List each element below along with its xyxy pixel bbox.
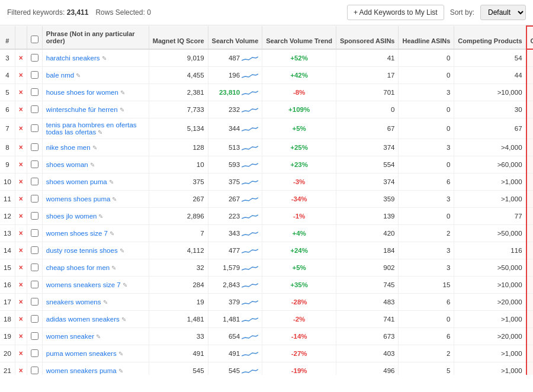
cell-checkbox[interactable] bbox=[27, 101, 42, 118]
phrase-link[interactable]: shoes jlo women bbox=[46, 213, 97, 220]
phrase-link[interactable]: winterschuhe für herren bbox=[46, 106, 118, 113]
remove-icon[interactable]: × bbox=[19, 315, 23, 323]
remove-icon[interactable]: × bbox=[19, 212, 23, 220]
phrase-link[interactable]: cheap shoes for men bbox=[46, 264, 110, 271]
cell-remove[interactable]: × bbox=[15, 49, 27, 67]
edit-icon[interactable]: ✎ bbox=[90, 162, 95, 168]
row-checkbox[interactable] bbox=[31, 71, 38, 79]
edit-icon[interactable]: ✎ bbox=[76, 72, 81, 79]
phrase-link[interactable]: tenis para hombres en ofertas todas las … bbox=[46, 121, 137, 136]
cell-checkbox[interactable] bbox=[27, 242, 42, 259]
remove-icon[interactable]: × bbox=[19, 195, 23, 203]
edit-icon[interactable]: ✎ bbox=[121, 316, 126, 323]
cell-checkbox[interactable] bbox=[27, 49, 42, 67]
add-keywords-button[interactable]: + Add Keywords to My List bbox=[347, 5, 444, 20]
cell-checkbox[interactable] bbox=[27, 345, 42, 362]
cell-remove[interactable]: × bbox=[15, 259, 27, 277]
cell-checkbox[interactable] bbox=[27, 311, 42, 328]
remove-icon[interactable]: × bbox=[19, 281, 23, 289]
phrase-link[interactable]: women sneakers puma bbox=[46, 367, 117, 374]
phrase-link[interactable]: womens sneakers size 7 bbox=[46, 281, 121, 288]
remove-icon[interactable]: × bbox=[19, 367, 23, 375]
edit-icon[interactable]: ✎ bbox=[102, 55, 107, 62]
edit-icon[interactable]: ✎ bbox=[118, 368, 123, 374]
cell-checkbox[interactable] bbox=[27, 208, 42, 225]
phrase-link[interactable]: sneakers womens bbox=[46, 298, 101, 306]
row-checkbox[interactable] bbox=[31, 229, 38, 237]
cell-remove[interactable]: × bbox=[15, 277, 27, 294]
remove-icon[interactable]: × bbox=[19, 88, 23, 97]
cell-checkbox[interactable] bbox=[27, 156, 42, 173]
sort-select[interactable]: Default bbox=[480, 5, 526, 20]
remove-icon[interactable]: × bbox=[19, 264, 23, 272]
edit-icon[interactable]: ✎ bbox=[118, 351, 123, 357]
phrase-link[interactable]: nike shoe men bbox=[46, 144, 91, 151]
remove-icon[interactable]: × bbox=[19, 178, 23, 186]
cell-remove[interactable]: × bbox=[15, 191, 27, 208]
edit-icon[interactable]: ✎ bbox=[92, 144, 97, 151]
remove-icon[interactable]: × bbox=[19, 298, 23, 306]
edit-icon[interactable]: ✎ bbox=[111, 265, 116, 271]
row-checkbox[interactable] bbox=[31, 281, 38, 288]
remove-icon[interactable]: × bbox=[19, 124, 23, 133]
remove-icon[interactable]: × bbox=[19, 246, 23, 255]
scroll-area[interactable]: # Phrase (Not in any particular order) M… bbox=[0, 25, 533, 375]
remove-icon[interactable]: × bbox=[19, 332, 23, 340]
remove-icon[interactable]: × bbox=[19, 143, 23, 152]
remove-icon[interactable]: × bbox=[19, 71, 23, 79]
row-checkbox[interactable] bbox=[31, 178, 38, 185]
cell-checkbox[interactable] bbox=[27, 139, 42, 156]
row-checkbox[interactable] bbox=[31, 143, 38, 151]
row-checkbox[interactable] bbox=[31, 212, 38, 220]
cell-remove[interactable]: × bbox=[15, 225, 27, 242]
phrase-link[interactable]: women shoes size 7 bbox=[46, 230, 108, 237]
edit-icon[interactable]: ✎ bbox=[98, 213, 103, 220]
edit-icon[interactable]: ✎ bbox=[103, 299, 108, 306]
cell-remove[interactable]: × bbox=[15, 67, 27, 84]
cell-remove[interactable]: × bbox=[15, 156, 27, 173]
row-checkbox[interactable] bbox=[31, 195, 38, 203]
edit-icon[interactable]: ✎ bbox=[120, 248, 124, 254]
remove-icon[interactable]: × bbox=[19, 229, 23, 237]
phrase-link[interactable]: women sneaker bbox=[46, 333, 94, 340]
row-checkbox[interactable] bbox=[31, 315, 38, 323]
row-checkbox[interactable] bbox=[31, 88, 38, 96]
cell-checkbox[interactable] bbox=[27, 67, 42, 84]
edit-icon[interactable]: ✎ bbox=[120, 107, 124, 113]
phrase-link[interactable]: adidas women sneakers bbox=[46, 316, 120, 323]
cell-remove[interactable]: × bbox=[15, 208, 27, 225]
remove-icon[interactable]: × bbox=[19, 105, 23, 114]
row-checkbox[interactable] bbox=[31, 298, 38, 306]
row-checkbox[interactable] bbox=[31, 332, 38, 340]
cell-checkbox[interactable] bbox=[27, 362, 42, 375]
cell-remove[interactable]: × bbox=[15, 311, 27, 328]
phrase-link[interactable]: shoes women puma bbox=[46, 178, 107, 185]
cell-remove[interactable]: × bbox=[15, 362, 27, 375]
edit-icon[interactable]: ✎ bbox=[120, 89, 125, 96]
remove-icon[interactable]: × bbox=[19, 349, 23, 358]
edit-icon[interactable]: ✎ bbox=[110, 230, 114, 237]
cell-remove[interactable]: × bbox=[15, 294, 27, 311]
edit-icon[interactable]: ✎ bbox=[123, 282, 127, 288]
cell-checkbox[interactable] bbox=[27, 118, 42, 139]
cell-checkbox[interactable] bbox=[27, 294, 42, 311]
cell-remove[interactable]: × bbox=[15, 328, 27, 345]
cell-remove[interactable]: × bbox=[15, 242, 27, 259]
row-checkbox[interactable] bbox=[31, 349, 38, 357]
remove-icon[interactable]: × bbox=[19, 160, 23, 169]
phrase-link[interactable]: puma women sneakers bbox=[46, 350, 117, 357]
row-checkbox[interactable] bbox=[31, 160, 38, 168]
cell-checkbox[interactable] bbox=[27, 84, 42, 101]
cell-checkbox[interactable] bbox=[27, 225, 42, 242]
remove-icon[interactable]: × bbox=[19, 54, 23, 62]
phrase-link[interactable]: dusty rose tennis shoes bbox=[46, 247, 118, 254]
phrase-link[interactable]: womens shoes puma bbox=[46, 195, 111, 203]
cell-remove[interactable]: × bbox=[15, 84, 27, 101]
phrase-link[interactable]: bale nmd bbox=[46, 72, 74, 79]
edit-icon[interactable]: ✎ bbox=[109, 179, 114, 185]
row-checkbox[interactable] bbox=[31, 264, 38, 271]
cell-remove[interactable]: × bbox=[15, 118, 27, 139]
select-all-checkbox[interactable] bbox=[31, 36, 38, 43]
row-checkbox[interactable] bbox=[31, 124, 38, 132]
row-checkbox[interactable] bbox=[31, 246, 38, 254]
